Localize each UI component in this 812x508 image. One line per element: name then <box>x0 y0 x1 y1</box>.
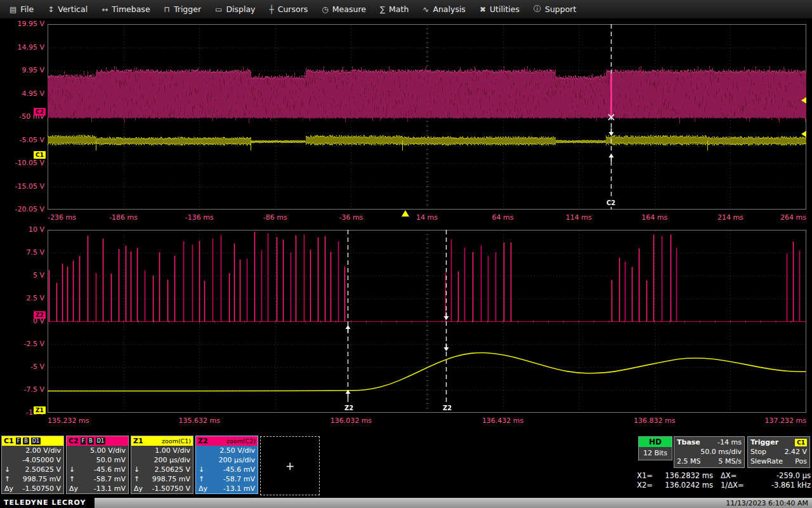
tbase-label: Tbase <box>677 438 700 447</box>
trigger-label: Trigger <box>750 438 778 447</box>
trace-row: 2.50 V/div <box>196 446 258 455</box>
channel-indicator-c2[interactable]: C2 <box>34 108 46 116</box>
x1-value: 136.2832 ms <box>657 471 713 481</box>
menu-item-vertical[interactable]: ↕Vertical <box>41 0 95 18</box>
plot2-x-label: 137.232 ms <box>749 417 806 425</box>
plot1-x-label: 64 ms <box>475 213 532 222</box>
zoom-indicator-z1[interactable]: Z1 <box>34 406 46 414</box>
add-trace-box[interactable]: + <box>260 436 320 495</box>
menu-item-analysis[interactable]: ∿Analysis <box>416 0 473 18</box>
row-value: -1.50750 V <box>152 484 190 493</box>
trace-name: C2 <box>69 437 79 445</box>
plot1-x-label: -136 ms <box>171 213 228 222</box>
plot1-y-label: -5.05 V <box>0 136 44 144</box>
trace-descriptor-c2[interactable]: C2FBD15.00 V/div50.0 mV↓-45.6 mV↑-58.7 m… <box>66 436 129 494</box>
trace-values: 1.00 V/div200 µs/div↓2.50625 V↑998.75 mV… <box>131 446 193 493</box>
trigger-type: SlewRate <box>750 457 783 466</box>
menu-item-math[interactable]: ∑Math <box>373 0 416 18</box>
plot2-y-label: 5 V <box>0 271 44 279</box>
row-prefix: ↑ <box>69 474 75 484</box>
trace-row: Δy-13.1 mV <box>67 484 128 493</box>
trace-descriptor-c1[interactable]: C1FBD12.00 V/div-4.05000 V↓2.50625 V↑998… <box>1 436 64 494</box>
x1-label: X1= <box>637 471 657 481</box>
trace-row: ↑-58.7 mV <box>196 474 258 484</box>
plot1-y-label: 19.95 V <box>0 20 44 28</box>
trace-descriptor-z1[interactable]: Z1zoom(C1)1.00 V/div200 µs/div↓2.50625 V… <box>131 436 193 494</box>
row-prefix: ↓ <box>199 465 204 474</box>
tools-icon: ✖ <box>480 5 486 14</box>
trace-header: Z2zoom(C2) <box>196 436 258 446</box>
plot1-x-label: 264 ms <box>749 213 806 222</box>
trace-header: Z1zoom(C1) <box>131 436 193 446</box>
menu-item-label: Support <box>545 4 576 14</box>
plot2-x-label: 136.432 ms <box>475 417 532 425</box>
menu-item-display[interactable]: ▭Display <box>208 0 262 18</box>
menu-item-label: Timebase <box>112 4 150 14</box>
row-value: 1.00 V/div <box>155 446 190 455</box>
menu-item-label: Utilities <box>490 4 520 14</box>
plot2-x-label: 135.632 ms <box>171 417 228 425</box>
x2-label: X2= <box>637 481 657 490</box>
row-prefix: ↓ <box>69 465 75 474</box>
plot2-cursor-tag-2[interactable]: Z2 <box>442 404 453 412</box>
row-value: -58.7 mV <box>94 474 126 484</box>
plot1-y-label: 9.95 V <box>0 66 44 74</box>
trace-row: 5.00 V/div <box>67 446 128 455</box>
menu-item-file[interactable]: ▤File <box>3 0 41 18</box>
trigger-level-marker-2[interactable] <box>801 131 806 137</box>
trace-header: C2FBD1 <box>67 436 128 446</box>
plot1-canvas[interactable] <box>48 24 806 210</box>
zoom-indicator-z2[interactable]: Z2 <box>34 311 46 319</box>
tbase-offset: -14 ms <box>717 438 742 447</box>
trigger-box[interactable]: Trigger C1 Stop 2.42 V SlewRate Pos <box>747 436 810 468</box>
acquisition-box[interactable]: HD 12 Bits <box>638 436 672 460</box>
crosshair-icon: ┼ <box>269 5 273 14</box>
trace-name: Z2 <box>198 437 208 445</box>
menu-item-label: Cursors <box>278 4 308 14</box>
trace-row: 2.00 V/div <box>2 446 63 455</box>
plot2-y-label: -5 V <box>0 363 44 371</box>
row-prefix: Δy <box>134 484 143 493</box>
menu-item-label: File <box>20 4 34 14</box>
timebase-box[interactable]: Tbase -14 ms 50.0 ms/div 2.5 MS 5 MS/s <box>674 436 745 468</box>
row-prefix: Δy <box>4 484 13 493</box>
menu-item-utilities[interactable]: ✖Utilities <box>473 0 527 18</box>
row-value: -13.1 mV <box>223 484 255 493</box>
trigger-slope: Pos <box>795 457 807 466</box>
tbase-scale: 50.0 ms/div <box>700 447 742 457</box>
row-value: 998.75 mV <box>152 474 190 484</box>
trace-descriptor-z2[interactable]: Z2zoom(C2)2.50 V/div200 µs/div↓-45.6 mV↑… <box>195 436 258 494</box>
hd-mode-label: HD <box>639 437 672 447</box>
menu-item-trigger[interactable]: ⊓Trigger <box>157 0 208 18</box>
menu-item-timebase[interactable]: ↔Timebase <box>95 0 157 18</box>
plot2-y-label: 10 V <box>0 225 44 234</box>
trigger-source-badge: C1 <box>795 439 807 446</box>
menu-item-measure[interactable]: ◷Measure <box>315 0 373 18</box>
trace-row: Δy-13.1 mV <box>196 484 258 493</box>
trace-values: 2.50 V/div200 µs/div↓-45.6 mV↑-58.7 mVΔy… <box>196 446 258 493</box>
plot1-y-label: 14.95 V <box>0 43 44 51</box>
plot1-cursor-tag[interactable]: C2 <box>605 199 617 207</box>
trace-row: ↓-45.6 mV <box>196 465 258 474</box>
row-value: 200 µs/div <box>219 455 255 465</box>
vertical-arrows-icon: ↕ <box>48 5 54 14</box>
plot1-x-label: 14 ms <box>398 213 455 222</box>
channel-indicator-c1[interactable]: C1 <box>34 151 46 159</box>
trace-row: ↑-58.7 mV <box>67 474 128 484</box>
menu-item-label: Analysis <box>433 4 466 14</box>
plot2-y-label: 7.5 V <box>0 248 44 257</box>
row-prefix: ↑ <box>199 474 204 484</box>
plot2-x-label: 136.832 ms <box>626 417 683 425</box>
plot2-canvas[interactable] <box>48 230 806 413</box>
plot2-cursor-tag-1[interactable]: Z2 <box>343 404 355 412</box>
trigger-mode: Stop <box>750 447 766 457</box>
plot1-y-label: -10.05 V <box>0 159 44 167</box>
row-value: 2.00 V/div <box>25 446 61 455</box>
trigger-level-marker-1[interactable] <box>801 97 806 104</box>
row-prefix: Δy <box>69 484 78 493</box>
trace-row: ↓-45.6 mV <box>67 465 128 474</box>
trace-row: ↑998.75 mV <box>2 474 63 484</box>
menu-item-support[interactable]: ⓘSupport <box>527 0 583 18</box>
menu-item-cursors[interactable]: ┼Cursors <box>262 0 315 18</box>
row-value: 2.50625 V <box>25 465 61 474</box>
